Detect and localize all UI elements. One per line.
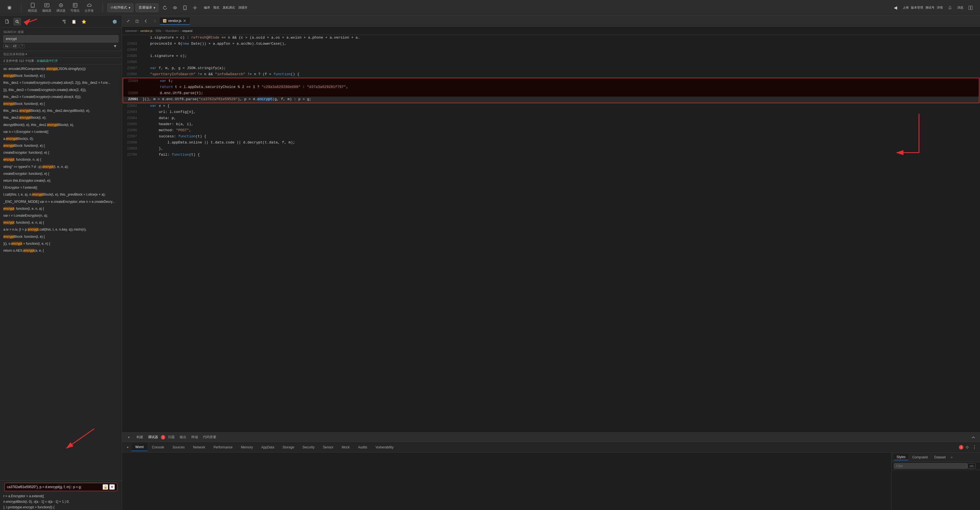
list-item[interactable]: _ENC_XFORM_MODE] var n = e.createEncrypt… (0, 198, 122, 205)
simulator-btn[interactable]: 模拟器 (26, 2, 40, 14)
tab-memory[interactable]: Memory (237, 444, 257, 451)
cloud-btn[interactable]: 云开发 (82, 2, 96, 14)
list-item[interactable]: encryptBlock: function(t, e) { (0, 142, 122, 149)
case-sensitive-btn[interactable]: Aa (3, 44, 10, 48)
list-item[interactable]: encryptBlock: function(t, e) { (0, 233, 122, 240)
pin-btn[interactable]: 🔒 (103, 484, 108, 490)
list-item[interactable]: var r = t.createEncryptor(n, a); (0, 212, 122, 219)
tab-close-btn[interactable]: ✕ (183, 19, 186, 23)
test-label[interactable]: 测试号 (925, 6, 934, 10)
list-item[interactable]: encryptBlock: function(t, e) { (0, 100, 122, 107)
list-item[interactable]: this._des1.encryptBlock(t, e), this._des… (0, 107, 122, 114)
compile-dropdown[interactable]: 普通编译 ▾ (135, 3, 158, 12)
list-item[interactable]: encrypt: function(t, e, n, a) { (0, 219, 122, 226)
eye-btn[interactable] (170, 3, 180, 12)
sidebar-files-btn[interactable] (3, 18, 11, 26)
bookmark-btn[interactable]: ◫ (133, 17, 141, 25)
devtools-inspect-icon-btn[interactable]: ⌖ (124, 444, 131, 451)
visual-btn[interactable]: 可视化 (68, 2, 82, 14)
tab-console[interactable]: Console (148, 444, 168, 451)
tab-storage[interactable]: Storage (279, 444, 298, 451)
cls-button[interactable]: .cls (967, 463, 976, 469)
list-item[interactable]: a.iv = n.iv, (t = p.encrypt.call(this, t… (0, 226, 122, 233)
devtools-inspect-btn[interactable]: ⌖ (125, 434, 132, 441)
device-btn[interactable] (181, 3, 189, 12)
close-result-btn[interactable]: ✕ (109, 484, 115, 490)
message-label[interactable]: 消息 (957, 6, 963, 10)
tab-mock[interactable]: Mock (338, 444, 353, 451)
list-item[interactable]: f.Encryptor = f.extend({ (0, 184, 122, 191)
tab-sources[interactable]: Sources (169, 444, 189, 451)
regex-btn[interactable]: .* (19, 44, 25, 48)
tab-vulnerability[interactable]: Vulnerability (372, 444, 398, 451)
tab-vendor-js[interactable]: JS vendor.js ✕ (160, 18, 190, 25)
list-item[interactable]: }, t.prototype.encrypt = function(t) { (0, 504, 122, 510)
dataset-tab[interactable]: Dataset (931, 454, 948, 460)
toolbar-quality[interactable]: 代码质量 (201, 434, 218, 440)
tab-sensor[interactable]: Sensor (319, 444, 337, 451)
open-in-editor-link[interactable]: 在编辑器中打开 (37, 59, 58, 62)
tab-performance[interactable]: Performance (210, 444, 237, 451)
tab-network[interactable]: Network (189, 444, 209, 451)
list-item[interactable]: createEncryptor: function(t, e) { (0, 171, 122, 177)
list-item[interactable]: }(), o.encrypt = function(t, e, n) { (0, 240, 122, 247)
notification-btn[interactable] (945, 3, 955, 13)
devtools-settings-btn[interactable] (964, 444, 970, 451)
forward-btn[interactable] (151, 17, 159, 25)
version-mgmt-label[interactable]: 版本管理 (911, 6, 923, 10)
sidebar-copy-btn[interactable]: 📋 (70, 18, 78, 26)
list-item[interactable]: l.call(this, t, e, a), n.encryptBlock(t,… (0, 191, 122, 198)
sidebar-git-btn[interactable] (60, 18, 68, 26)
list-item[interactable]: encrypt: function(t, e, n, a) { (0, 205, 122, 212)
code-editor[interactable]: i.signature = c) : refreshQRCode == n &&… (122, 35, 980, 432)
devtools-more-btn[interactable]: ⋮ (971, 444, 978, 451)
refresh-btn[interactable] (161, 3, 169, 12)
list-item[interactable]: n.encryptBlock(i, 0), o[a - 1] = o[a - 1… (0, 499, 122, 504)
tab-audits[interactable]: Audits (354, 444, 371, 451)
tab-security[interactable]: Security (299, 444, 318, 451)
editor-btn[interactable]: 编辑器 (40, 2, 54, 14)
upload-prev-btn[interactable]: ◀ (891, 3, 900, 13)
list-item[interactable]: encryptBlock: function(t, e) { (0, 72, 122, 80)
sidebar-search-btn[interactable] (13, 18, 21, 26)
list-item[interactable]: decryptBlock(t, e), this._des2.encryptBl… (0, 121, 122, 129)
toolbar-issues[interactable]: 问题 (166, 434, 177, 440)
list-item[interactable]: this._des3.encryptBlock(t, e); (0, 114, 122, 121)
upload-label[interactable]: 上传 (903, 6, 909, 10)
toolbar-terminal[interactable]: 终端 (189, 434, 200, 440)
list-item[interactable]: r = a.Encryptor = a.extend({ (0, 493, 122, 499)
list-item[interactable]: this._des3 = f.createEncryptor(n.create(… (0, 94, 122, 100)
debugger-btn[interactable]: 调试器 (54, 2, 68, 14)
list-item[interactable]: string" == typeof n ? d : p).encrypt(t, … (0, 163, 122, 171)
back-btn[interactable] (142, 17, 150, 25)
list-item[interactable]: return this.Encryptor.create(t, e); (0, 177, 122, 184)
bottom-pinned-item[interactable]: ca3762af61e59520"), p = d.encrypt(g, f, … (5, 483, 117, 491)
expand-panel-btn[interactable]: ⤢ (124, 17, 132, 25)
real-machine-label[interactable]: 真机调试 (223, 6, 235, 10)
detail-label[interactable]: 详情 (937, 6, 943, 10)
devtools-collapse-btn[interactable] (970, 434, 977, 441)
styles-filter-input[interactable] (894, 463, 967, 469)
list-item[interactable]: var n = t.Encryptor = t.extend({ (0, 129, 122, 135)
sidebar-star-btn[interactable]: ⭐ (80, 18, 88, 26)
layout-toggle-btn[interactable] (966, 3, 975, 13)
computed-tab[interactable]: Computed (910, 454, 931, 460)
home-icon-btn[interactable] (5, 3, 14, 13)
list-item[interactable]: this._des1 = f.createEncryptor(n.create(… (0, 80, 122, 86)
list-item[interactable]: encrypt: function(e, n, a) { (0, 156, 122, 163)
tab-appdata[interactable]: AppData (257, 444, 278, 451)
list-item[interactable]: })), this._des3 = f.createEncryptor(n.cr… (0, 86, 122, 94)
sidebar-settings-btn[interactable]: ⚙️ (111, 18, 118, 26)
settings-btn[interactable] (191, 3, 199, 12)
list-item[interactable]: a.encryptBlock(s, 0); (0, 135, 122, 142)
list-item[interactable]: createEncryptor: function(t, e) { (0, 149, 122, 156)
compile-label[interactable]: 编译 (204, 6, 210, 10)
preview-label[interactable]: 预览 (213, 6, 220, 10)
toolbar-debugger[interactable]: 调试器 (146, 434, 160, 440)
whole-word-btn[interactable]: AB (11, 44, 18, 48)
search-input[interactable] (3, 35, 118, 43)
list-item[interactable]: return o.AES.encrypt(a, e, { (0, 247, 122, 254)
tab-wxml[interactable]: Wxml (132, 443, 148, 451)
mode-dropdown[interactable]: 小程序模式 ▾ (107, 3, 134, 12)
styles-tab[interactable]: Styles (894, 454, 908, 460)
